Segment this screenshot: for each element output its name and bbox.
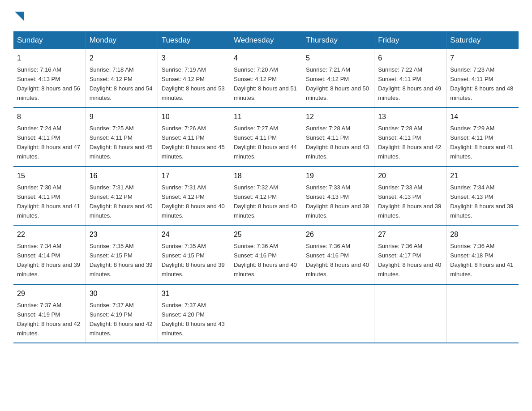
day-number: 2 <box>90 53 154 64</box>
calendar-cell <box>230 284 302 343</box>
calendar-cell: 9Sunrise: 7:25 AMSunset: 4:11 PMDaylight… <box>86 107 158 166</box>
day-number: 22 <box>17 229 82 240</box>
calendar-cell: 7Sunrise: 7:23 AMSunset: 4:11 PMDaylight… <box>446 49 519 107</box>
day-number: 25 <box>234 229 298 240</box>
calendar-cell: 25Sunrise: 7:36 AMSunset: 4:16 PMDayligh… <box>230 225 302 284</box>
day-number: 3 <box>162 53 226 64</box>
day-info: Sunrise: 7:28 AMSunset: 4:11 PMDaylight:… <box>378 125 441 160</box>
header-saturday: Saturday <box>446 31 519 49</box>
day-number: 21 <box>450 171 515 182</box>
day-info: Sunrise: 7:27 AMSunset: 4:11 PMDaylight:… <box>234 125 297 160</box>
day-number: 1 <box>17 53 82 64</box>
day-info: Sunrise: 7:31 AMSunset: 4:12 PMDaylight:… <box>162 184 225 219</box>
calendar-cell: 29Sunrise: 7:37 AMSunset: 4:19 PMDayligh… <box>13 284 86 343</box>
calendar-week-row: 29Sunrise: 7:37 AMSunset: 4:19 PMDayligh… <box>13 284 519 343</box>
calendar-cell: 3Sunrise: 7:19 AMSunset: 4:12 PMDaylight… <box>158 49 230 107</box>
calendar-cell: 23Sunrise: 7:35 AMSunset: 4:15 PMDayligh… <box>86 225 158 284</box>
logo-arrow-icon <box>15 12 24 21</box>
day-info: Sunrise: 7:35 AMSunset: 4:15 PMDaylight:… <box>162 243 225 278</box>
day-number: 10 <box>162 111 226 123</box>
calendar-cell: 6Sunrise: 7:22 AMSunset: 4:11 PMDaylight… <box>374 49 446 107</box>
calendar-cell: 4Sunrise: 7:20 AMSunset: 4:12 PMDaylight… <box>230 49 302 107</box>
day-info: Sunrise: 7:16 AMSunset: 4:13 PMDaylight:… <box>17 66 80 101</box>
day-info: Sunrise: 7:33 AMSunset: 4:13 PMDaylight:… <box>378 184 441 219</box>
day-number: 29 <box>17 288 82 300</box>
calendar-cell: 11Sunrise: 7:27 AMSunset: 4:11 PMDayligh… <box>230 107 302 166</box>
calendar-cell: 15Sunrise: 7:30 AMSunset: 4:11 PMDayligh… <box>13 167 86 225</box>
calendar-cell: 1Sunrise: 7:16 AMSunset: 4:13 PMDaylight… <box>13 49 86 107</box>
calendar-header-row: SundayMondayTuesdayWednesdayThursdayFrid… <box>13 31 519 49</box>
day-info: Sunrise: 7:19 AMSunset: 4:12 PMDaylight:… <box>162 66 225 101</box>
calendar-cell: 18Sunrise: 7:32 AMSunset: 4:12 PMDayligh… <box>230 167 302 225</box>
day-info: Sunrise: 7:21 AMSunset: 4:12 PMDaylight:… <box>306 66 369 101</box>
calendar-table: SundayMondayTuesdayWednesdayThursdayFrid… <box>13 31 519 343</box>
day-info: Sunrise: 7:28 AMSunset: 4:11 PMDaylight:… <box>306 125 369 160</box>
day-number: 12 <box>306 111 370 123</box>
day-info: Sunrise: 7:37 AMSunset: 4:19 PMDaylight:… <box>90 302 153 337</box>
day-number: 4 <box>234 53 298 64</box>
day-info: Sunrise: 7:23 AMSunset: 4:11 PMDaylight:… <box>450 66 513 101</box>
calendar-cell <box>302 284 374 343</box>
header-monday: Monday <box>86 31 158 49</box>
calendar-cell: 16Sunrise: 7:31 AMSunset: 4:12 PMDayligh… <box>86 167 158 225</box>
header-thursday: Thursday <box>302 31 374 49</box>
day-info: Sunrise: 7:32 AMSunset: 4:12 PMDaylight:… <box>234 184 297 219</box>
calendar-cell: 31Sunrise: 7:37 AMSunset: 4:20 PMDayligh… <box>158 284 230 343</box>
day-number: 20 <box>378 171 442 182</box>
day-info: Sunrise: 7:37 AMSunset: 4:20 PMDaylight:… <box>162 302 225 337</box>
day-number: 9 <box>90 111 154 123</box>
logo-text <box>13 9 24 22</box>
day-info: Sunrise: 7:33 AMSunset: 4:13 PMDaylight:… <box>306 184 369 219</box>
day-info: Sunrise: 7:34 AMSunset: 4:13 PMDaylight:… <box>450 184 513 219</box>
calendar-cell: 26Sunrise: 7:36 AMSunset: 4:16 PMDayligh… <box>302 225 374 284</box>
logo <box>13 9 24 22</box>
day-number: 5 <box>306 53 370 64</box>
calendar-week-row: 22Sunrise: 7:34 AMSunset: 4:14 PMDayligh… <box>13 225 519 284</box>
day-info: Sunrise: 7:24 AMSunset: 4:11 PMDaylight:… <box>17 125 80 160</box>
day-number: 31 <box>162 288 226 300</box>
calendar-cell: 2Sunrise: 7:18 AMSunset: 4:12 PMDaylight… <box>86 49 158 107</box>
day-info: Sunrise: 7:36 AMSunset: 4:16 PMDaylight:… <box>306 243 369 278</box>
day-info: Sunrise: 7:29 AMSunset: 4:11 PMDaylight:… <box>450 125 513 160</box>
day-info: Sunrise: 7:25 AMSunset: 4:11 PMDaylight:… <box>90 125 153 160</box>
calendar-cell: 17Sunrise: 7:31 AMSunset: 4:12 PMDayligh… <box>158 167 230 225</box>
day-number: 7 <box>450 53 515 64</box>
calendar-cell: 27Sunrise: 7:36 AMSunset: 4:17 PMDayligh… <box>374 225 446 284</box>
day-number: 11 <box>234 111 298 123</box>
calendar-week-row: 15Sunrise: 7:30 AMSunset: 4:11 PMDayligh… <box>13 167 519 225</box>
header-sunday: Sunday <box>13 31 86 49</box>
calendar-cell: 21Sunrise: 7:34 AMSunset: 4:13 PMDayligh… <box>446 167 519 225</box>
day-number: 23 <box>90 229 154 240</box>
day-info: Sunrise: 7:35 AMSunset: 4:15 PMDaylight:… <box>90 243 153 278</box>
calendar-cell: 14Sunrise: 7:29 AMSunset: 4:11 PMDayligh… <box>446 107 519 166</box>
header-tuesday: Tuesday <box>158 31 230 49</box>
day-info: Sunrise: 7:36 AMSunset: 4:17 PMDaylight:… <box>378 243 441 278</box>
calendar-cell: 30Sunrise: 7:37 AMSunset: 4:19 PMDayligh… <box>86 284 158 343</box>
day-number: 30 <box>90 288 154 300</box>
day-info: Sunrise: 7:31 AMSunset: 4:12 PMDaylight:… <box>90 184 153 219</box>
day-number: 8 <box>17 111 82 123</box>
calendar-cell: 13Sunrise: 7:28 AMSunset: 4:11 PMDayligh… <box>374 107 446 166</box>
day-info: Sunrise: 7:20 AMSunset: 4:12 PMDaylight:… <box>234 66 297 101</box>
header-wednesday: Wednesday <box>230 31 302 49</box>
calendar-cell: 5Sunrise: 7:21 AMSunset: 4:12 PMDaylight… <box>302 49 374 107</box>
day-info: Sunrise: 7:36 AMSunset: 4:18 PMDaylight:… <box>450 243 513 278</box>
day-number: 15 <box>17 171 82 182</box>
svg-marker-0 <box>15 12 24 21</box>
calendar-cell <box>374 284 446 343</box>
calendar-week-row: 1Sunrise: 7:16 AMSunset: 4:13 PMDaylight… <box>13 49 519 107</box>
day-info: Sunrise: 7:18 AMSunset: 4:12 PMDaylight:… <box>90 66 153 101</box>
calendar-cell: 10Sunrise: 7:26 AMSunset: 4:11 PMDayligh… <box>158 107 230 166</box>
day-number: 14 <box>450 111 515 123</box>
calendar-cell: 20Sunrise: 7:33 AMSunset: 4:13 PMDayligh… <box>374 167 446 225</box>
day-number: 17 <box>162 171 226 182</box>
day-info: Sunrise: 7:22 AMSunset: 4:11 PMDaylight:… <box>378 66 441 101</box>
day-info: Sunrise: 7:36 AMSunset: 4:16 PMDaylight:… <box>234 243 297 278</box>
day-number: 24 <box>162 229 226 240</box>
header-friday: Friday <box>374 31 446 49</box>
day-number: 16 <box>90 171 154 182</box>
calendar-cell: 12Sunrise: 7:28 AMSunset: 4:11 PMDayligh… <box>302 107 374 166</box>
calendar-cell: 28Sunrise: 7:36 AMSunset: 4:18 PMDayligh… <box>446 225 519 284</box>
day-info: Sunrise: 7:30 AMSunset: 4:11 PMDaylight:… <box>17 184 80 219</box>
calendar-week-row: 8Sunrise: 7:24 AMSunset: 4:11 PMDaylight… <box>13 107 519 166</box>
